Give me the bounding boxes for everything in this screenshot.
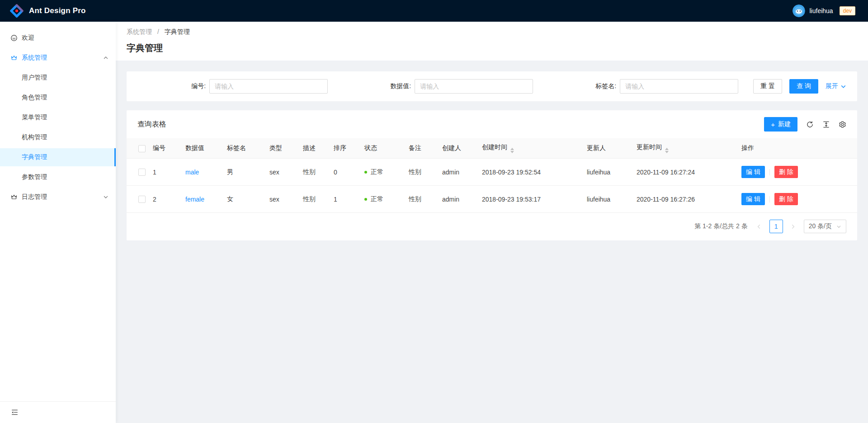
col-header-type: 类型 <box>266 138 299 159</box>
sidebar-footer <box>0 401 116 423</box>
col-header-sort: 排序 <box>330 138 361 159</box>
user-menu[interactable]: liufeihua <box>793 5 833 17</box>
page-size-select[interactable]: 20 条/页 <box>804 220 846 233</box>
field-label-id: 编号: <box>191 82 206 90</box>
data-value-input[interactable] <box>415 79 533 94</box>
env-tag: dev <box>840 6 855 15</box>
delete-button[interactable]: 删 除 <box>774 193 798 205</box>
row-checkbox[interactable] <box>138 196 146 203</box>
row-checkbox[interactable] <box>138 169 146 176</box>
delete-button[interactable]: 删 除 <box>774 166 798 178</box>
cell-remark: 性别 <box>405 159 439 186</box>
chevron-up-icon <box>103 55 108 61</box>
field-label-tag: 标签名: <box>595 82 616 90</box>
sidebar-item-welcome[interactable]: 欢迎 <box>0 29 116 47</box>
col-header-desc: 描述 <box>299 138 330 159</box>
col-header-created[interactable]: 创建时间 <box>478 138 583 159</box>
status-dot <box>364 198 367 201</box>
settings-icon[interactable] <box>839 121 846 128</box>
sidebar-item-label: 参数管理 <box>22 173 47 181</box>
table-card: 查询表格 + 新建 <box>127 110 857 240</box>
new-button[interactable]: + 新建 <box>764 117 797 132</box>
form-field-tag: 标签名: <box>548 79 753 94</box>
col-header-value: 数据值 <box>182 138 223 159</box>
col-header-status: 状态 <box>361 138 405 159</box>
main-layout: 欢迎 系统管理 用户管理 角色管 <box>0 22 868 423</box>
action-divider <box>769 196 770 202</box>
field-label-value: 数据值: <box>390 82 411 90</box>
username: liufeihua <box>809 7 833 14</box>
sidebar-item-label: 菜单管理 <box>22 113 47 122</box>
breadcrumb-item-system-mgmt[interactable]: 系统管理 <box>127 28 152 35</box>
content-area: 系统管理 / 字典管理 字典管理 编号: 数据值: <box>116 22 868 423</box>
query-button[interactable]: 查 询 <box>789 79 818 94</box>
app-header: Ant Design Pro liufeihua dev <box>0 0 868 22</box>
cell-created: 2018-09-23 19:53:17 <box>478 186 583 213</box>
chevron-down-icon <box>103 194 108 200</box>
cell-updater: liufeihua <box>583 186 633 213</box>
data-table: 编号 数据值 标签名 类型 描述 排序 状态 备注 创建人 创建时间 <box>127 138 857 213</box>
cell-desc: 性别 <box>299 159 330 186</box>
tag-name-input[interactable] <box>620 79 738 94</box>
plus-icon: + <box>771 121 775 128</box>
sidebar-item-org-mgmt[interactable]: 机构管理 <box>0 128 116 146</box>
app-title: Ant Design Pro <box>29 6 86 15</box>
cell-id: 1 <box>149 159 182 186</box>
table-row: 2 female 女 sex 性别 1 正常 性别 admin 2018-09-… <box>127 186 857 213</box>
pagination-total: 第 1-2 条/总共 2 条 <box>694 222 747 230</box>
sidebar-item-label: 角色管理 <box>22 94 47 102</box>
cell-tag: 女 <box>223 186 266 213</box>
sort-icon[interactable] <box>510 148 514 153</box>
pagination-next-icon[interactable] <box>787 220 800 233</box>
cell-value-link[interactable]: female <box>185 196 204 203</box>
reload-icon[interactable] <box>806 121 814 128</box>
reset-button[interactable]: 重 置 <box>753 79 782 94</box>
breadcrumb-separator: / <box>157 28 159 35</box>
cell-value-link[interactable]: male <box>185 169 199 176</box>
sidebar-item-label: 机构管理 <box>22 133 47 141</box>
sidebar-item-menu-mgmt[interactable]: 菜单管理 <box>0 108 116 127</box>
collapse-sidebar-icon[interactable] <box>11 409 19 416</box>
edit-button[interactable]: 编 辑 <box>741 166 765 178</box>
sidebar-submenu-log-mgmt[interactable]: 日志管理 <box>0 188 116 206</box>
app-logo-icon <box>10 4 24 18</box>
sidebar-item-dict-mgmt[interactable]: 字典管理 <box>0 148 116 166</box>
cell-updated: 2020-11-09 16:27:26 <box>633 186 738 213</box>
col-header-id: 编号 <box>149 138 182 159</box>
id-input[interactable] <box>209 79 328 94</box>
search-actions: 重 置 查 询 展开 <box>753 79 846 94</box>
user-avatar <box>793 5 805 17</box>
cell-remark: 性别 <box>405 186 439 213</box>
sort-icon[interactable] <box>665 148 669 153</box>
cell-status: 正常 <box>361 159 405 186</box>
sidebar: 欢迎 系统管理 用户管理 角色管 <box>0 22 116 423</box>
col-header-updated[interactable]: 更新时间 <box>633 138 738 159</box>
expand-toggle[interactable]: 展开 <box>826 82 846 90</box>
logo[interactable]: Ant Design Pro <box>10 4 86 18</box>
column-height-icon[interactable] <box>822 121 830 128</box>
page-title: 字典管理 <box>127 42 857 54</box>
crown-icon <box>11 194 17 200</box>
pagination-prev-icon[interactable] <box>752 220 766 233</box>
col-header-tag: 标签名 <box>223 138 266 159</box>
sidebar-item-label: 系统管理 <box>22 54 47 62</box>
cell-creator: admin <box>439 186 478 213</box>
table-row: 1 male 男 sex 性别 0 正常 性别 admin 2018-09-23… <box>127 159 857 186</box>
page-header: 系统管理 / 字典管理 字典管理 <box>116 22 868 61</box>
sidebar-submenu-system-mgmt[interactable]: 系统管理 <box>0 49 116 67</box>
sidebar-item-role-mgmt[interactable]: 角色管理 <box>0 89 116 107</box>
chevron-down-icon <box>840 84 846 89</box>
sidebar-item-label: 用户管理 <box>22 74 47 82</box>
expand-label: 展开 <box>826 82 838 90</box>
app-root: Ant Design Pro liufeihua dev <box>0 0 868 423</box>
sidebar-item-param-mgmt[interactable]: 参数管理 <box>0 168 116 186</box>
edit-button[interactable]: 编 辑 <box>741 193 765 205</box>
cell-sort: 0 <box>330 159 361 186</box>
new-button-label: 新建 <box>778 120 791 128</box>
smile-icon <box>11 35 17 41</box>
form-field-value: 数据值: <box>343 79 548 94</box>
sidebar-item-user-mgmt[interactable]: 用户管理 <box>0 69 116 87</box>
select-all-checkbox[interactable] <box>138 145 146 152</box>
col-header-creator: 创建人 <box>439 138 478 159</box>
pagination-page-1[interactable]: 1 <box>769 220 783 233</box>
